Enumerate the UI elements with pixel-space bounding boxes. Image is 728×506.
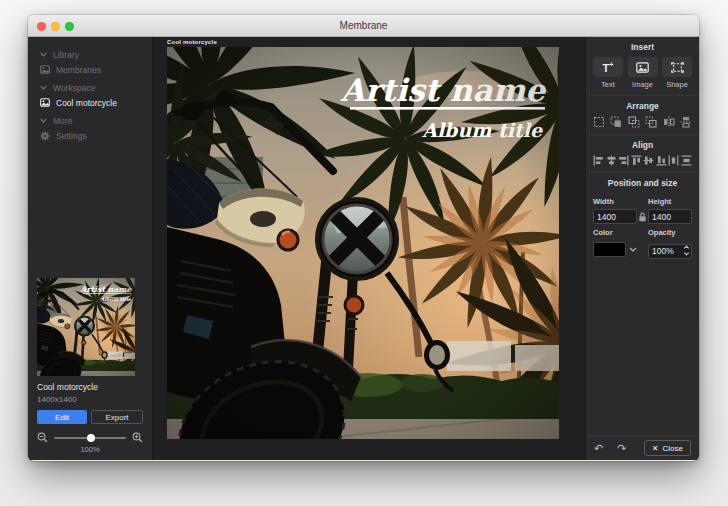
zoom-window-button[interactable] (65, 22, 74, 31)
canvas-area: Cool motorcycle (153, 37, 585, 460)
sidebar-item-label: Workspace (53, 83, 95, 93)
send-to-back-icon[interactable] (593, 116, 605, 128)
stepper-icon[interactable] (683, 242, 690, 260)
inspector-footer: ↶ ↷ ✕ Close (586, 435, 699, 460)
opacity-label: Opacity (648, 228, 692, 237)
zoom-percentage: 100% (37, 445, 143, 454)
sidebar-item-label: Cool motorcycle (56, 98, 117, 108)
insert-text-label: Text (601, 80, 615, 89)
zoom-in-icon[interactable] (132, 432, 143, 443)
bring-to-front-icon[interactable] (610, 116, 622, 128)
insert-shape-button[interactable]: Shape (662, 57, 692, 89)
align-section-title: Align (593, 140, 692, 150)
album-cover-canvas[interactable] (167, 47, 559, 439)
align-bottom-icon[interactable] (656, 155, 667, 166)
image-icon (628, 57, 658, 77)
position-size-section: Position and size Width Height Color Opa… (586, 172, 699, 265)
bring-forward-icon[interactable] (645, 116, 657, 128)
zoom-slider[interactable] (54, 434, 126, 442)
distribute-vertical-icon[interactable] (681, 155, 692, 166)
sidebar: Library Membranes Workspace Cool motorcy… (28, 37, 153, 460)
undo-icon[interactable]: ↶ (594, 443, 603, 454)
distribute-horizontal-icon[interactable] (668, 155, 679, 166)
lock-icon[interactable] (638, 212, 647, 222)
width-label: Width (593, 197, 637, 206)
sidebar-item-settings[interactable]: Settings (28, 128, 152, 143)
close-window-button[interactable] (37, 22, 46, 31)
insert-image-label: Image (632, 80, 653, 89)
arrange-section-title: Arrange (593, 101, 692, 111)
redo-icon[interactable]: ↷ (617, 443, 626, 454)
position-size-title: Position and size (593, 178, 692, 188)
artwork-thumbnail-image (37, 278, 135, 376)
insert-section: Insert T+ Text Image (586, 37, 699, 95)
send-backward-icon[interactable] (628, 116, 640, 128)
chevron-down-icon (40, 118, 47, 123)
sidebar-item-label: Library (53, 50, 79, 60)
image-icon (40, 98, 50, 107)
insert-shape-label: Shape (666, 80, 688, 89)
align-center-vertical-icon[interactable] (643, 155, 654, 166)
text-icon: T+ (593, 57, 623, 77)
align-right-icon[interactable] (618, 155, 629, 166)
artwork-title: Cool motorcycle (37, 382, 143, 392)
arrange-section: Arrange (586, 95, 699, 134)
color-swatch[interactable] (593, 242, 626, 257)
insert-image-button[interactable]: Image (628, 57, 658, 89)
chevron-down-icon (40, 85, 47, 90)
zoom-out-icon[interactable] (37, 432, 48, 443)
window-title: Membrane (340, 20, 388, 31)
zoom-slider-thumb[interactable] (87, 434, 95, 442)
color-picker[interactable] (593, 242, 637, 257)
inspector-panel: Insert T+ Text Image (585, 37, 699, 460)
sidebar-item-label: Membranes (56, 65, 101, 75)
artwork-thumbnail[interactable] (37, 278, 135, 376)
align-left-icon[interactable] (593, 155, 604, 166)
title-bar: Membrane (28, 15, 699, 37)
opacity-control[interactable] (648, 240, 692, 259)
align-section: Align (586, 134, 699, 172)
chevron-down-icon (40, 52, 47, 57)
sidebar-item-label: More (53, 116, 72, 126)
flip-horizontal-icon[interactable] (663, 116, 675, 128)
align-top-icon[interactable] (631, 155, 642, 166)
sidebar-group-library[interactable]: Library (28, 47, 152, 62)
traffic-lights[interactable] (37, 22, 74, 31)
height-label: Height (648, 197, 692, 206)
align-center-horizontal-icon[interactable] (606, 155, 617, 166)
export-button[interactable]: Export (91, 410, 143, 424)
artwork-preview-panel: Cool motorcycle 1400x1400 Edit Export 10… (28, 269, 152, 460)
edit-button[interactable]: Edit (37, 410, 87, 424)
sidebar-item-membranes[interactable]: Membranes (28, 62, 152, 77)
color-label: Color (593, 228, 637, 237)
shape-icon (662, 57, 692, 77)
artwork-dimensions: 1400x1400 (37, 395, 143, 404)
sidebar-group-more[interactable]: More (28, 113, 152, 128)
minimize-window-button[interactable] (51, 22, 60, 31)
height-input[interactable] (648, 209, 692, 224)
sidebar-item-label: Settings (56, 131, 87, 141)
sidebar-item-cool-motorcycle[interactable]: Cool motorcycle (28, 95, 152, 110)
sidebar-nav: Library Membranes Workspace Cool motorcy… (28, 37, 152, 143)
close-button-label: Close (663, 444, 683, 453)
chevron-down-icon (629, 247, 637, 252)
close-button[interactable]: ✕ Close (644, 440, 691, 456)
flip-vertical-icon[interactable] (680, 116, 692, 128)
image-icon (40, 65, 50, 74)
insert-section-title: Insert (593, 42, 692, 52)
insert-text-button[interactable]: T+ Text (593, 57, 623, 89)
canvas-title-label: Cool motorcycle (167, 39, 217, 45)
app-window: Membrane Library Membranes Workspace (28, 15, 699, 461)
album-cover-image (167, 47, 559, 439)
close-icon: ✕ (652, 444, 659, 453)
sidebar-group-workspace[interactable]: Workspace (28, 80, 152, 95)
gear-icon (40, 131, 50, 141)
width-input[interactable] (593, 209, 637, 224)
